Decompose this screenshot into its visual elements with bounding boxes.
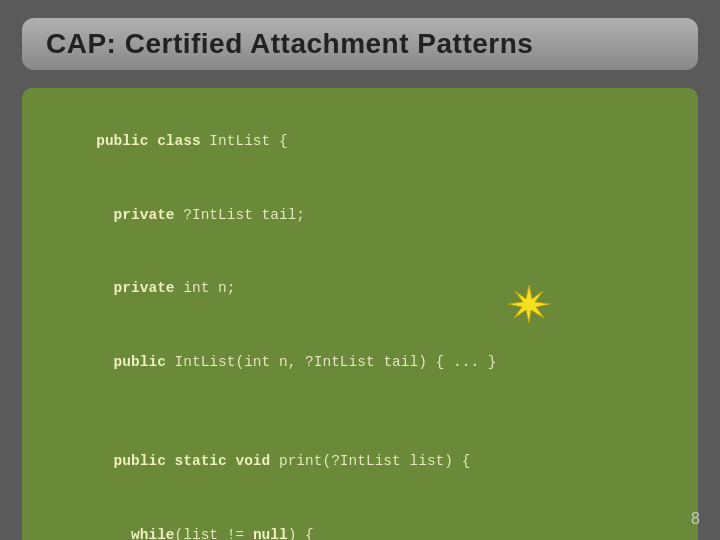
code-block: public class IntList { private ?IntList …	[22, 88, 698, 540]
code-line-3: private int n;	[44, 252, 676, 326]
code-text: ) {	[288, 527, 314, 540]
code-line-7: while(list != null) {	[44, 498, 676, 540]
code-line-2: private ?IntList tail;	[44, 178, 676, 252]
code-text: print(?IntList list) {	[270, 453, 470, 469]
code-line-1: public class IntList {	[44, 104, 676, 178]
burst-decoration	[508, 283, 550, 325]
keyword: null	[253, 527, 288, 540]
svg-marker-0	[508, 285, 550, 323]
title-bar: CAP: Certified Attachment Patterns	[22, 18, 698, 70]
keyword: private	[96, 280, 174, 296]
keyword: public static void	[96, 453, 270, 469]
keyword: public	[96, 354, 166, 370]
slide-title: CAP: Certified Attachment Patterns	[46, 28, 533, 59]
keyword: public class	[96, 133, 200, 149]
code-line-6: public static void print(?IntList list) …	[44, 424, 676, 498]
code-line-4: public IntList(int n, ?IntList tail) { .…	[44, 326, 676, 400]
slide-number: 8	[691, 510, 700, 528]
code-text: int n;	[175, 280, 236, 296]
keyword: while	[96, 527, 174, 540]
code-text: IntList {	[201, 133, 288, 149]
code-text: IntList(int n, ?IntList tail) { ... }	[166, 354, 497, 370]
code-line-5	[44, 400, 676, 425]
code-text: (list !=	[175, 527, 253, 540]
keyword: private	[96, 207, 174, 223]
code-text: ?IntList tail;	[175, 207, 306, 223]
